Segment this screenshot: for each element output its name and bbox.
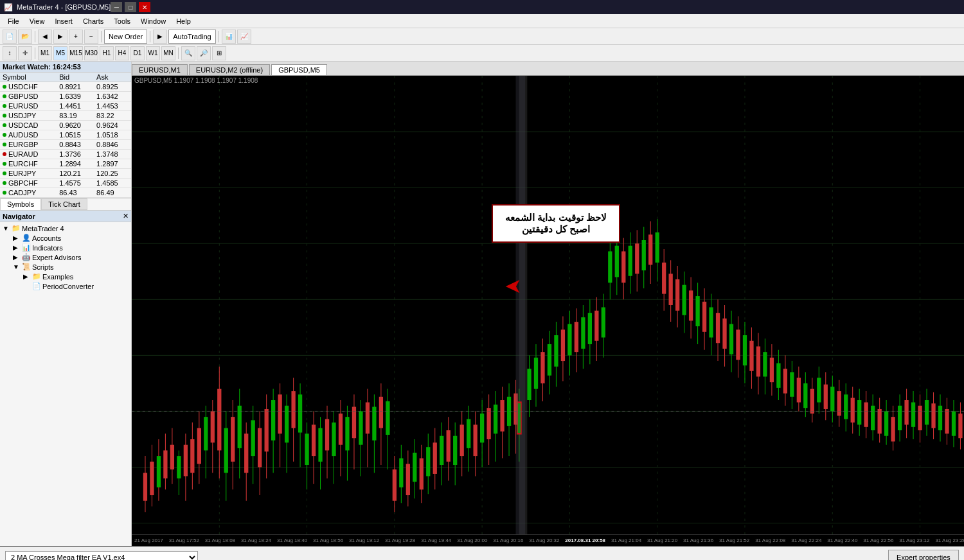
chart-type[interactable]: ⊞ [212, 46, 226, 60]
svg-rect-198 [743, 335, 747, 365]
menu-file[interactable]: File [3, 16, 24, 26]
svg-rect-112 [453, 436, 457, 465]
svg-rect-71 [318, 428, 322, 462]
navigator-close[interactable]: ✕ [123, 212, 129, 220]
market-watch-row[interactable]: USDCHF 0.8921 0.8925 [0, 82, 131, 92]
w1-button[interactable]: W1 [146, 46, 160, 60]
market-watch-row[interactable]: USDJPY 83.19 83.22 [0, 111, 131, 121]
svg-rect-204 [763, 352, 767, 376]
chart-tab-gbpusd-m5[interactable]: GBPUSD,M5 [271, 64, 327, 75]
forward-button[interactable]: ▶ [53, 30, 67, 44]
market-watch-row[interactable]: GBPCHF 1.4575 1.4585 [0, 179, 131, 188]
nav-item-period-converter[interactable]: 📄 PeriodConverter [21, 281, 131, 291]
svg-rect-210 [783, 369, 787, 393]
svg-rect-160 [615, 246, 619, 277]
mw-symbol-cell: USDJPY [0, 111, 57, 121]
svg-rect-134 [527, 369, 531, 400]
nav-item-accounts[interactable]: ▶ 👤 Accounts [10, 233, 131, 243]
main-layout: Market Watch: 16:24:53 Symbol Bid Ask [0, 62, 964, 546]
annotation-line1: لاحظ توقيت بداية الشمعه [503, 212, 609, 223]
nav-scripts-children: ▶ 📁 Examples 📄 PeriodConverter [10, 272, 131, 291]
m15-button[interactable]: M15 [69, 46, 83, 60]
back-button[interactable]: ◀ [38, 30, 52, 44]
menu-view[interactable]: View [24, 16, 50, 26]
market-watch-row[interactable]: EURJPY 120.21 120.25 [0, 169, 131, 179]
chart-tool[interactable]: 📈 [237, 30, 251, 44]
market-watch-row[interactable]: USDCAD 0.9620 0.9624 [0, 121, 131, 130]
svg-rect-39 [211, 411, 215, 442]
m30-button[interactable]: M30 [84, 46, 98, 60]
maximize-button[interactable]: □ [125, 2, 136, 12]
zoom-in-button[interactable]: + [69, 30, 83, 44]
zoom-chart-in[interactable]: 🔍 [181, 46, 195, 60]
svg-rect-192 [722, 319, 726, 349]
new-order-button[interactable]: New Order [104, 30, 147, 44]
svg-rect-262 [958, 414, 962, 438]
svg-rect-35 [197, 428, 201, 464]
svg-rect-57 [271, 400, 275, 441]
mw-ask-cell: 0.8846 [94, 140, 131, 150]
svg-rect-41 [217, 389, 221, 451]
zoom-chart-out[interactable]: 🔎 [197, 46, 211, 60]
new-button[interactable]: 📄 [3, 30, 17, 44]
svg-rect-224 [830, 387, 834, 411]
nav-item-ea[interactable]: ▶ 🤖 Expert Advisors [10, 252, 131, 262]
svg-rect-214 [797, 378, 801, 402]
chart-tab-eurusd-m1[interactable]: EURUSD,M1 [132, 64, 188, 75]
minimize-button[interactable]: ─ [111, 2, 122, 12]
zoom-out-button[interactable]: − [84, 30, 98, 44]
tab-tick-chart[interactable]: Tick Chart [41, 198, 87, 210]
market-watch-row[interactable]: GBPUSD 1.6339 1.6342 [0, 92, 131, 101]
market-watch-row[interactable]: CADJPY 86.43 86.49 [0, 188, 131, 198]
mw-ask-cell: 86.49 [94, 188, 131, 198]
mw-bid-cell: 120.21 [57, 169, 94, 179]
mn-button[interactable]: MN [161, 46, 175, 60]
svg-rect-73 [325, 419, 329, 451]
h4-button[interactable]: H4 [115, 46, 129, 60]
crosshair-tool[interactable]: ✛ [18, 46, 32, 60]
left-panel: Market Watch: 16:24:53 Symbol Bid Ask [0, 62, 132, 546]
menu-window[interactable]: Window [136, 16, 171, 26]
menu-insert[interactable]: Insert [49, 16, 78, 26]
svg-rect-59 [278, 394, 281, 433]
mw-bid-cell: 1.4451 [57, 101, 94, 111]
symbol-name: EURGBP [8, 141, 38, 148]
nav-item-indicators[interactable]: ▶ 📊 Indicators [10, 243, 131, 252]
market-watch-row[interactable]: EURUSD 1.4451 1.4453 [0, 101, 131, 111]
menu-help[interactable]: Help [171, 16, 196, 26]
svg-rect-128 [500, 400, 504, 432]
market-watch-row[interactable]: EURAUD 1.3736 1.3748 [0, 150, 131, 159]
autotrading-icon[interactable]: ▶ [153, 30, 167, 44]
mw-symbol-cell: GBPUSD [0, 92, 57, 101]
expert-properties-button[interactable]: Expert properties [888, 550, 959, 560]
market-watch-row[interactable]: EURGBP 0.8843 0.8846 [0, 140, 131, 150]
menu-tools[interactable]: Tools [109, 16, 136, 26]
ea-dropdown[interactable]: 2 MA Crosses Mega filter EA V1.ex4 [5, 551, 198, 560]
svg-rect-194 [729, 324, 733, 354]
nav-item-examples[interactable]: ▶ 📁 Examples [21, 272, 131, 281]
cursor-tool[interactable]: ↕ [3, 46, 17, 60]
status-dot [3, 181, 6, 185]
h1-button[interactable]: H1 [100, 46, 114, 60]
market-watch-row[interactable]: EURCHF 1.2894 1.2897 [0, 159, 131, 169]
tab-symbols[interactable]: Symbols [0, 198, 41, 210]
close-button[interactable]: ✕ [139, 2, 150, 12]
m5-button[interactable]: M5 [53, 46, 67, 60]
line-tool[interactable]: 📊 [222, 30, 236, 44]
d1-button[interactable]: D1 [130, 46, 145, 60]
autotrading-button[interactable]: AutoTrading [168, 30, 216, 44]
svg-rect-43 [224, 428, 228, 473]
mw-ask-cell: 0.8925 [94, 82, 131, 92]
svg-rect-100 [413, 453, 416, 482]
status-dot [3, 152, 6, 156]
chart-tab-eurusd-m2[interactable]: EURUSD,M2 (offline) [189, 64, 270, 75]
svg-rect-170 [648, 234, 652, 265]
nav-item-scripts[interactable]: ▼ 📜 Scripts [10, 262, 131, 272]
market-watch-row[interactable]: AUDUSD 1.0515 1.0518 [0, 130, 131, 140]
svg-rect-252 [925, 400, 929, 424]
market-watch-scroll[interactable]: Symbol Bid Ask USDCHF 0.8921 0.8925 [0, 73, 131, 198]
nav-root[interactable]: ▼ 📁 MetaTrader 4 [0, 223, 131, 233]
menu-charts[interactable]: Charts [78, 16, 109, 26]
m1-button[interactable]: M1 [38, 46, 52, 60]
open-button[interactable]: 📂 [18, 30, 32, 44]
